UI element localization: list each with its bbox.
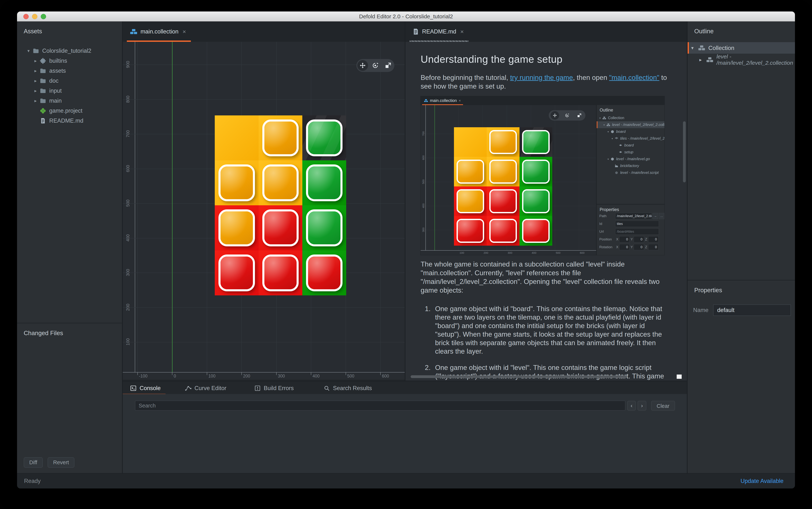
horizontal-scrollbar[interactable]	[411, 375, 627, 378]
close-icon[interactable]: ×	[183, 28, 186, 35]
console-tab-curve-editor[interactable]: Curve Editor	[185, 382, 226, 394]
properties-header: Properties	[688, 280, 795, 294]
revert-button[interactable]: Revert	[48, 457, 74, 468]
readme-pane: README.md × Understanding the game setup…	[405, 22, 687, 381]
tile-brick-orange[interactable]	[262, 164, 299, 201]
embed-outline-item: ▾Collection	[597, 114, 664, 121]
chevron-right-icon[interactable]: ▸	[32, 88, 39, 93]
name-field[interactable]	[713, 304, 791, 316]
name-label: Name	[693, 307, 713, 313]
search-input[interactable]	[135, 401, 625, 411]
brick-sheen	[220, 257, 253, 289]
tab-readme[interactable]: README.md ×	[409, 22, 469, 42]
tile-brick-green[interactable]	[306, 120, 343, 156]
tile-cell-orange[interactable]	[215, 115, 259, 160]
tile-brick-red[interactable]	[306, 254, 343, 291]
tile-brick-orange[interactable]	[218, 209, 255, 246]
console-tab-build-errors[interactable]: Build Errors	[254, 382, 294, 394]
assets-tree-item-doc[interactable]: ▸doc	[17, 76, 122, 86]
cube-icon	[610, 157, 615, 161]
tile-map[interactable]	[215, 115, 346, 295]
clover-icon	[39, 107, 47, 114]
chevron-right-icon[interactable]: ▸	[32, 98, 39, 103]
move-tool-button[interactable]	[357, 60, 368, 71]
embed-scene-toolbar	[549, 110, 585, 121]
chevron-down-icon[interactable]: ▾	[688, 45, 697, 51]
vertical-scrollbar[interactable]	[683, 121, 686, 182]
chevron-right-icon[interactable]: ▸	[32, 68, 39, 73]
readme-content[interactable]: Understanding the game setup Before begi…	[405, 42, 687, 381]
embed-sidebar: Outline▾Collection▾level - /main/level_2…	[596, 105, 664, 255]
scene-canvas[interactable]: 900800700600500400300200100	[123, 42, 405, 372]
assets-panel: Assets ▾Colorslide_tutorial2▸builtins▸as…	[17, 22, 123, 473]
tile-cell-red[interactable]	[215, 205, 259, 250]
outline-item-level[interactable]: ▸ level - /main/level_2/level_2.collecti…	[696, 54, 795, 65]
assets-tree-item-readme-md[interactable]: README.md	[17, 116, 122, 126]
axis-value: 0	[619, 244, 630, 250]
tile-cell-orange[interactable]	[259, 115, 303, 160]
property-label: Url	[599, 230, 615, 234]
changed-files-section: Changed Files Diff Revert	[17, 323, 122, 473]
chevron-down-icon: ▾	[606, 158, 610, 161]
readme-link[interactable]: try running the game	[510, 74, 573, 81]
scale-tool-button	[575, 111, 584, 120]
assets-tree-item-builtins[interactable]: ▸builtins	[17, 56, 122, 66]
readme-link[interactable]: "main.collection"	[609, 74, 659, 81]
tile-cell-orange[interactable]	[259, 160, 303, 205]
chevron-down-icon[interactable]: ▾	[25, 48, 32, 54]
scale-tool-button[interactable]	[383, 60, 394, 71]
console-tab-console[interactable]: Console	[130, 382, 161, 394]
brick-sheen	[491, 191, 516, 212]
console-tab-search-results[interactable]: Search Results	[323, 382, 372, 394]
tile-brick-green[interactable]	[306, 164, 343, 201]
close-icon[interactable]: ×	[460, 28, 464, 35]
update-available-link[interactable]: Update Available	[741, 474, 783, 488]
assets-tree-item-label: assets	[49, 68, 66, 74]
assets-tree-item-assets[interactable]: ▸assets	[17, 66, 122, 76]
tile-cell-dark[interactable]	[302, 115, 346, 160]
tile-cell-orange	[454, 157, 487, 186]
tile-cell-orange[interactable]	[215, 160, 259, 205]
clear-button[interactable]: Clear	[651, 401, 675, 411]
chevron-right-icon[interactable]: ▸	[696, 57, 706, 63]
tile-cell-red[interactable]	[259, 205, 303, 250]
tile-cell-red[interactable]	[259, 250, 303, 295]
collection-icon	[706, 56, 714, 63]
assets-tree-item-main[interactable]: ▸main	[17, 96, 122, 106]
ruler-tick	[311, 373, 311, 375]
brick-face	[308, 122, 340, 154]
embed-outline-header: Outline	[597, 105, 664, 113]
folder-icon	[39, 77, 47, 84]
tile-cell-green[interactable]	[302, 205, 346, 250]
search-prev-button[interactable]: ‹	[627, 401, 636, 411]
tile-brick-green[interactable]	[306, 209, 343, 246]
tile-cell-green[interactable]	[302, 250, 346, 295]
search-next-button[interactable]: ›	[637, 401, 646, 411]
embed-outline-item-label: level - /main/level.go	[616, 157, 650, 161]
chevron-down-icon: ▾	[611, 137, 614, 140]
grid-line	[123, 307, 405, 308]
tile-brick-orange[interactable]	[218, 164, 255, 201]
tile-brick-orange[interactable]	[262, 120, 299, 156]
tab-label: README.md	[422, 28, 456, 35]
tile-brick-red[interactable]	[262, 254, 299, 291]
tile-cell-orange	[454, 127, 487, 157]
assets-tree-item-game-project[interactable]: game.project	[17, 106, 122, 116]
scale-icon	[384, 62, 392, 69]
assets-tree-item-colorslide-tutorial2[interactable]: ▾Colorslide_tutorial2	[17, 46, 122, 56]
tile-cell-red[interactable]	[215, 250, 259, 295]
tile-cell-orange	[487, 127, 520, 157]
tile-cell-green[interactable]	[302, 160, 346, 205]
chevron-right-icon[interactable]: ▸	[32, 78, 39, 83]
diff-button[interactable]: Diff	[24, 457, 43, 468]
tile-brick-red[interactable]	[218, 254, 255, 291]
console-tab-label: Build Errors	[264, 385, 294, 392]
tab-main-collection[interactable]: main.collection ×	[127, 22, 191, 42]
rotate-tool-button[interactable]	[370, 60, 381, 71]
tilemap-icon	[614, 137, 619, 140]
axis-value: 0	[634, 244, 644, 250]
chevron-right-icon[interactable]: ▸	[32, 58, 39, 63]
tile-brick-red[interactable]	[262, 209, 299, 246]
assets-tree-item-input[interactable]: ▸input	[17, 86, 122, 96]
outline-item-collection[interactable]: ▾ Collection	[688, 42, 795, 54]
